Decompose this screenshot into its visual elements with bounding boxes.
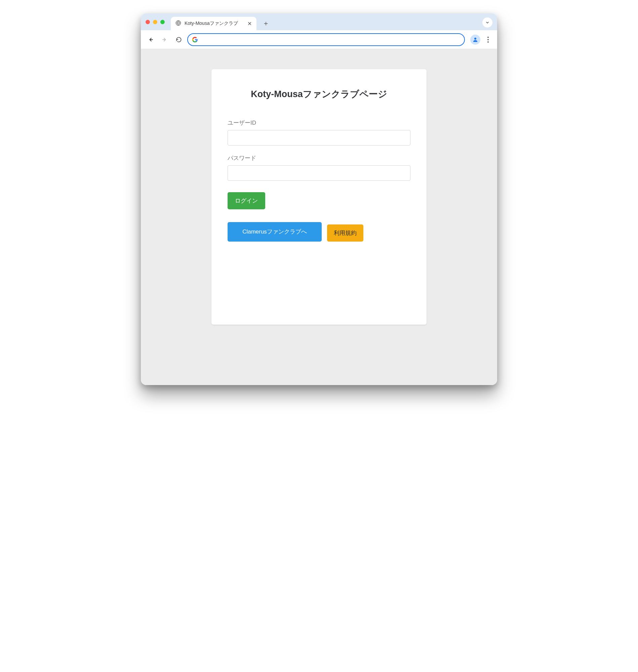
- chevron-down-icon[interactable]: [482, 17, 492, 28]
- user-id-input[interactable]: [228, 130, 410, 145]
- globe-icon: [175, 20, 181, 27]
- address-input[interactable]: [201, 37, 460, 42]
- login-button[interactable]: ログイン: [228, 192, 265, 209]
- browser-tab[interactable]: Koty-Mousaファンクラブ ✕: [171, 17, 256, 30]
- user-id-label: ユーザーID: [228, 119, 410, 127]
- close-window-button[interactable]: [146, 20, 150, 24]
- browser-window: Koty-Mousaファンクラブ ✕ ＋: [141, 14, 497, 385]
- toolbar: [141, 30, 497, 49]
- profile-avatar[interactable]: [470, 35, 480, 45]
- secondary-button-row: Clamerusファンクラブへ 利用規約: [228, 222, 410, 242]
- clamerus-fanclub-button[interactable]: Clamerusファンクラブへ: [228, 222, 322, 242]
- password-input[interactable]: [228, 165, 410, 181]
- svg-point-4: [487, 37, 489, 38]
- terms-button[interactable]: 利用規約: [327, 224, 363, 242]
- close-tab-icon[interactable]: ✕: [247, 20, 252, 27]
- tab-title: Koty-Mousaファンクラブ: [185, 20, 244, 27]
- page-viewport: Koty-Mousaファンクラブページ ユーザーID パスワード ログイン Cl…: [141, 49, 497, 385]
- maximize-window-button[interactable]: [160, 20, 165, 24]
- password-label: パスワード: [228, 154, 410, 162]
- forward-button[interactable]: [159, 34, 170, 45]
- svg-point-5: [487, 39, 489, 40]
- back-button[interactable]: [145, 34, 156, 45]
- google-icon: [192, 37, 198, 43]
- titlebar: Koty-Mousaファンクラブ ✕ ＋: [141, 14, 497, 30]
- svg-point-3: [474, 38, 476, 40]
- window-controls: [146, 20, 165, 24]
- new-tab-button[interactable]: ＋: [263, 19, 269, 28]
- login-card: Koty-Mousaファンクラブページ ユーザーID パスワード ログイン Cl…: [212, 69, 426, 325]
- address-bar[interactable]: [187, 33, 465, 46]
- page-title: Koty-Mousaファンクラブページ: [228, 88, 410, 100]
- reload-button[interactable]: [173, 34, 185, 45]
- svg-point-6: [487, 41, 489, 43]
- minimize-window-button[interactable]: [153, 20, 157, 24]
- menu-button[interactable]: [483, 35, 493, 45]
